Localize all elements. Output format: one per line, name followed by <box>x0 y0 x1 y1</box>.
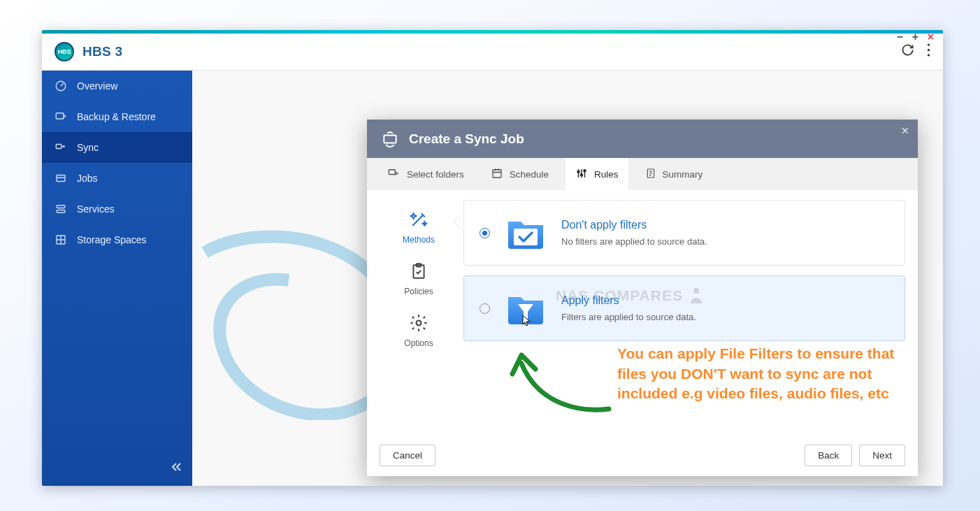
option-title: Don't apply filters <box>561 219 707 231</box>
sliders-icon <box>575 167 588 182</box>
sidebar-item-jobs[interactable]: Jobs <box>42 163 192 194</box>
app-window: − + × HBS HBS 3 Overview Backup & Restor… <box>42 30 943 486</box>
jobs-icon <box>55 172 67 185</box>
sidebar-item-label: Backup & Restore <box>77 111 156 122</box>
folder-check-icon <box>505 215 546 251</box>
step-label: Select folders <box>407 169 464 180</box>
folders-icon <box>387 167 401 182</box>
app-name: HBS 3 <box>82 44 122 59</box>
wizard-steps: Select folders Schedule Rules Summary <box>367 158 918 190</box>
step-schedule[interactable]: Schedule <box>481 158 559 190</box>
sidebar-item-overview[interactable]: Overview <box>42 71 192 101</box>
backup-icon <box>55 110 67 123</box>
subtab-policies[interactable]: Policies <box>377 260 461 296</box>
option-apply-filters[interactable]: Apply filters Filters are applied to sou… <box>463 275 905 341</box>
app-header: HBS HBS 3 <box>42 34 943 71</box>
folder-filter-icon <box>505 290 546 326</box>
svg-rect-7 <box>57 206 65 208</box>
sidebar: Overview Backup & Restore Sync Jobs Serv… <box>42 71 192 486</box>
modal-close-icon[interactable]: ✕ <box>901 125 909 136</box>
modal-title: Create a Sync Job <box>409 131 524 147</box>
sidebar-item-label: Storage Spaces <box>77 234 147 245</box>
services-icon <box>55 203 67 215</box>
svg-point-13 <box>577 171 579 173</box>
svg-point-0 <box>928 43 930 45</box>
kebab-menu-icon[interactable] <box>927 43 930 60</box>
main-content: Share es or cloud services. Collaborate … <box>192 71 943 486</box>
svg-rect-6 <box>57 175 65 182</box>
radio-dont-apply[interactable] <box>480 228 490 238</box>
rules-subtabs: Methods Policies Options <box>377 200 461 434</box>
refresh-icon[interactable] <box>901 43 914 60</box>
back-button[interactable]: Back <box>805 445 852 466</box>
option-desc: No filters are applied to source data. <box>561 236 707 247</box>
sidebar-item-label: Overview <box>77 80 117 92</box>
sidebar-item-label: Services <box>77 203 115 215</box>
modal-footer: Cancel Back Next <box>367 434 918 476</box>
svg-rect-11 <box>389 169 395 174</box>
calendar-icon <box>491 167 503 182</box>
close-button[interactable]: × <box>925 31 936 42</box>
create-sync-job-modal: Create a Sync Job ✕ Select folders Sched… <box>367 120 918 476</box>
sidebar-item-sync[interactable]: Sync <box>42 132 192 163</box>
window-controls: − + × <box>895 31 936 42</box>
subtab-label: Options <box>404 338 433 348</box>
minimize-button[interactable]: − <box>895 31 905 42</box>
modal-header: Create a Sync Job ✕ <box>367 120 918 158</box>
svg-rect-4 <box>56 113 64 119</box>
sidebar-item-services[interactable]: Services <box>42 194 192 224</box>
option-title: Apply filters <box>561 294 696 307</box>
radio-apply[interactable] <box>480 303 490 314</box>
cancel-button[interactable]: Cancel <box>380 445 435 466</box>
step-label: Summary <box>663 169 703 180</box>
sidebar-item-backup-restore[interactable]: Backup & Restore <box>42 101 192 132</box>
storage-icon <box>55 233 67 246</box>
next-button[interactable]: Next <box>859 445 905 466</box>
svg-point-15 <box>584 169 586 171</box>
app-logo-icon: HBS <box>55 42 74 62</box>
subtab-label: Methods <box>403 235 435 245</box>
option-dont-apply-filters[interactable]: Don't apply filters No filters are appli… <box>463 200 905 266</box>
svg-rect-12 <box>493 169 501 177</box>
subtab-options[interactable]: Options <box>377 312 461 348</box>
step-rules[interactable]: Rules <box>565 158 628 190</box>
subtab-label: Policies <box>404 287 433 296</box>
svg-point-1 <box>928 49 930 51</box>
step-label: Schedule <box>510 169 549 180</box>
sidebar-item-storage-spaces[interactable]: Storage Spaces <box>42 224 192 255</box>
svg-point-19 <box>417 321 421 326</box>
svg-rect-5 <box>56 145 62 149</box>
sync-icon <box>55 141 67 154</box>
sync-job-icon <box>381 130 399 148</box>
step-summary[interactable]: Summary <box>635 158 713 190</box>
sidebar-item-label: Sync <box>77 142 99 153</box>
gauge-icon <box>55 80 67 92</box>
sidebar-item-label: Jobs <box>77 173 98 184</box>
wand-icon <box>408 208 430 231</box>
subtab-methods[interactable]: Methods <box>377 208 461 245</box>
svg-rect-10 <box>384 135 396 143</box>
filter-options: Don't apply filters No filters are appli… <box>461 200 908 434</box>
option-desc: Filters are applied to source data. <box>561 312 696 322</box>
svg-point-14 <box>581 173 583 175</box>
svg-rect-20 <box>514 229 538 245</box>
step-label: Rules <box>594 169 619 180</box>
gear-icon <box>408 312 430 334</box>
svg-point-2 <box>928 54 930 56</box>
maximize-button[interactable]: + <box>910 31 921 42</box>
clipboard-check-icon <box>408 260 430 282</box>
step-select-folders[interactable]: Select folders <box>377 158 474 190</box>
svg-rect-8 <box>57 210 65 213</box>
summary-icon <box>645 167 656 182</box>
sidebar-collapse-button[interactable] <box>170 462 182 475</box>
